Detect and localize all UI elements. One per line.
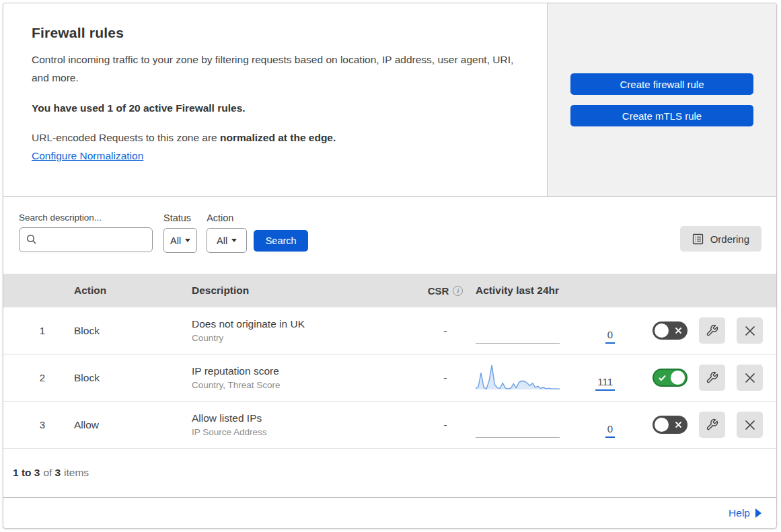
toggle-x-icon <box>675 327 682 334</box>
delete-cell <box>725 317 763 344</box>
page-header-text: Firewall rules Control incoming traffic … <box>3 3 547 196</box>
wrench-icon <box>706 418 718 431</box>
close-icon <box>745 326 755 336</box>
rule-description: IP reputation score <box>192 365 415 377</box>
rule-priority: 3 <box>3 419 45 430</box>
status-value: All <box>170 235 181 246</box>
search-icon <box>26 234 37 245</box>
delete-cell <box>725 412 763 438</box>
action-dropdown[interactable]: All <box>207 228 247 253</box>
activity-column-header: Activity last 24hr <box>476 274 620 307</box>
delete-rule-button[interactable] <box>737 317 763 344</box>
table-row: 3 Allow Allow listed IPs IP Source Addre… <box>3 402 776 449</box>
rule-description-cell: Allow listed IPs IP Source Address <box>163 412 415 437</box>
delete-cell <box>725 365 763 391</box>
rule-description: Does not originate in UK <box>192 318 415 330</box>
normalization-note: URL-encoded Requests to this zone are no… <box>32 132 520 144</box>
triangle-right-icon <box>755 508 761 518</box>
delete-rule-button[interactable] <box>737 412 763 438</box>
items-total: 3 <box>54 467 61 479</box>
action-group: Action All <box>207 213 247 253</box>
status-group: Status All <box>163 213 197 253</box>
activity-count-link[interactable]: 0 <box>605 330 615 344</box>
action-value: All <box>217 235 227 246</box>
toggle-x-icon <box>675 421 682 428</box>
normalization-prefix: URL-encoded Requests to this zone are <box>32 132 220 143</box>
wrench-icon <box>706 324 718 337</box>
csr-column-header: CSR i <box>415 285 476 297</box>
rule-activity-cell: 0 <box>476 402 620 448</box>
close-icon <box>745 373 755 383</box>
edit-cell <box>687 365 725 391</box>
activity-count-link[interactable]: 111 <box>595 377 615 391</box>
csr-column-label: CSR <box>428 285 449 297</box>
action-label: Action <box>207 213 247 223</box>
rule-fields: IP Source Address <box>192 427 415 437</box>
rule-enabled-toggle[interactable] <box>653 369 687 387</box>
help-label: Help <box>729 507 750 519</box>
page-header: Firewall rules Control incoming traffic … <box>3 3 776 197</box>
table-row: 2 Block IP reputation score Country, Thr… <box>3 354 776 402</box>
create-mtls-rule-button[interactable]: Create mTLS rule <box>570 105 753 126</box>
activity-sparkline <box>476 363 560 391</box>
rule-description-cell: IP reputation score Country, Threat Scor… <box>163 365 415 390</box>
delete-rule-button[interactable] <box>737 365 763 391</box>
rule-csr-value: - <box>415 372 476 383</box>
activity-flatline <box>476 410 560 438</box>
edit-cell <box>687 412 725 438</box>
ordering-button[interactable]: Ordering <box>680 226 761 252</box>
normalization-bold: normalized at the edge. <box>220 132 336 143</box>
caret-down-icon <box>231 239 237 242</box>
rule-action: Allow <box>45 419 163 431</box>
rule-action: Block <box>45 325 163 337</box>
edit-rule-button[interactable] <box>699 365 725 391</box>
firewall-rules-page: Firewall rules Control incoming traffic … <box>3 3 777 529</box>
rule-priority: 1 <box>3 325 45 336</box>
description-column-header: Description <box>163 284 415 297</box>
search-button[interactable]: Search <box>254 230 308 252</box>
actions-panel: Create firewall rule Create mTLS rule <box>547 3 776 196</box>
status-label: Status <box>163 213 197 223</box>
create-firewall-rule-button[interactable]: Create firewall rule <box>570 73 753 95</box>
activity-flatline <box>476 315 560 344</box>
status-dropdown[interactable]: All <box>163 228 197 253</box>
usage-summary: You have used 1 of 20 active Firewall ru… <box>32 102 520 114</box>
help-link[interactable]: Help <box>729 507 761 519</box>
toggle-knob <box>655 418 669 432</box>
search-input[interactable] <box>19 227 153 252</box>
edit-cell <box>687 317 725 344</box>
search-label: Search description... <box>19 213 153 223</box>
activity-count-link[interactable]: 0 <box>605 424 615 438</box>
page-description: Control incoming traffic to your zone by… <box>32 51 520 87</box>
help-bar: Help <box>3 497 776 528</box>
rule-enabled-toggle[interactable] <box>653 416 687 434</box>
edit-rule-button[interactable] <box>699 317 725 344</box>
toggle-check-icon <box>659 375 666 381</box>
rule-action: Block <box>45 372 163 384</box>
toggle-knob <box>655 324 669 338</box>
rule-toggle-cell <box>620 369 687 387</box>
ordering-list-icon <box>692 233 704 245</box>
rule-enabled-toggle[interactable] <box>653 321 687 340</box>
items-of-word: of <box>43 467 52 479</box>
filter-bar: Search description... Status All Action … <box>3 197 776 274</box>
rule-toggle-cell <box>620 416 687 434</box>
search-field-wrap <box>19 227 153 252</box>
pagination-summary: 1 to 3 of 3 items <box>3 449 776 497</box>
table-row: 1 Block Does not originate in UK Country… <box>3 307 776 354</box>
rule-priority: 2 <box>3 372 45 383</box>
rule-csr-value: - <box>415 419 476 430</box>
rule-description: Allow listed IPs <box>192 412 415 424</box>
table-header: Action Description CSR i Activity last 2… <box>3 274 776 307</box>
wrench-icon <box>706 371 718 384</box>
edit-rule-button[interactable] <box>699 412 725 438</box>
caret-down-icon <box>185 239 190 242</box>
page-title: Firewall rules <box>32 25 520 41</box>
action-column-header: Action <box>45 284 163 297</box>
toggle-knob <box>671 371 685 385</box>
items-range: 1 to 3 <box>13 467 40 479</box>
configure-normalization-link[interactable]: Configure Normalization <box>32 150 143 161</box>
rule-fields: Country <box>192 333 415 343</box>
rule-activity-cell: 111 <box>476 354 620 401</box>
info-icon[interactable]: i <box>453 286 463 296</box>
